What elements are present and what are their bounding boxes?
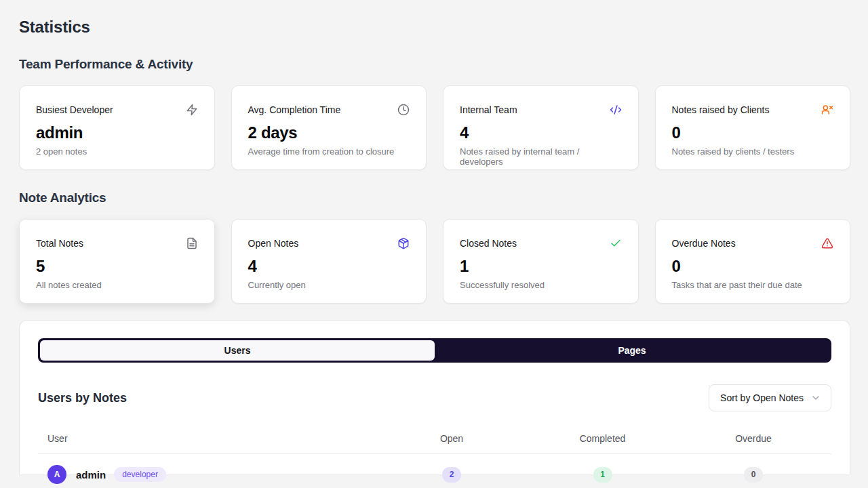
- closed-notes-card: Closed Notes 1 Successfully resolved: [443, 219, 639, 304]
- card-value: 0: [672, 257, 834, 276]
- avatar: A: [47, 465, 66, 484]
- card-value: 2 days: [248, 123, 410, 142]
- busiest-developer-card: Busiest Developer admin 2 open notes: [19, 85, 215, 170]
- column-header-completed: Completed: [530, 433, 675, 444]
- card-value: 4: [248, 257, 410, 276]
- team-performance-cards: Busiest Developer admin 2 open notes Avg…: [19, 85, 850, 170]
- file-text-icon: [186, 237, 198, 249]
- user-name: admin: [76, 469, 106, 481]
- avg-completion-time-card: Avg. Completion Time 2 days Average time…: [231, 85, 427, 170]
- user-cell: A admin developer: [38, 465, 374, 484]
- card-subtitle: Notes raised by internal team / develope…: [460, 146, 622, 167]
- card-subtitle: Successfully resolved: [460, 280, 622, 290]
- zap-icon: [186, 104, 198, 116]
- card-subtitle: Average time from creation to closure: [248, 146, 410, 157]
- card-label: Overdue Notes: [672, 238, 736, 249]
- card-value: 4: [460, 123, 622, 142]
- card-subtitle: 2 open notes: [36, 146, 198, 157]
- card-label: Total Notes: [36, 238, 83, 249]
- role-badge: developer: [114, 467, 166, 482]
- users-pages-panel: Users Pages Users by Notes Sort by Open …: [19, 320, 850, 474]
- card-label: Internal Team: [460, 104, 517, 115]
- card-value: 1: [460, 257, 622, 276]
- chevron-down-icon: [810, 392, 821, 403]
- users-by-notes-table: User Open Completed Overdue A admin deve…: [38, 425, 831, 488]
- check-icon: [610, 237, 622, 249]
- table-header-row: User Open Completed Overdue: [38, 425, 831, 454]
- card-subtitle: Notes raised by clients / testers: [672, 146, 834, 157]
- notes-raised-by-clients-card: Notes raised by Clients 0 Notes raised b…: [655, 85, 851, 170]
- column-header-overdue: Overdue: [675, 433, 831, 444]
- card-label: Notes raised by Clients: [672, 104, 770, 115]
- sort-by-label: Sort by Open Notes: [720, 392, 804, 403]
- card-subtitle: All notes created: [36, 280, 198, 290]
- card-subtitle: Tasks that are past their due date: [672, 280, 834, 290]
- user-x-icon: [821, 104, 833, 116]
- open-count-badge: 2: [442, 467, 461, 483]
- statistics-page: Statistics Team Performance & Activity B…: [0, 0, 868, 474]
- card-value: 5: [36, 257, 198, 276]
- card-label: Open Notes: [248, 238, 299, 249]
- tab-users[interactable]: Users: [40, 340, 435, 361]
- card-value: 0: [672, 123, 834, 142]
- total-notes-card: Total Notes 5 All notes created: [19, 219, 215, 304]
- card-label: Avg. Completion Time: [248, 104, 341, 115]
- open-notes-card: Open Notes 4 Currently open: [231, 219, 427, 304]
- card-value: admin: [36, 123, 198, 142]
- sort-by-dropdown[interactable]: Sort by Open Notes: [709, 384, 831, 411]
- note-analytics-heading: Note Analytics: [19, 190, 850, 205]
- card-label: Busiest Developer: [36, 104, 113, 115]
- page-title: Statistics: [19, 18, 850, 37]
- internal-team-card: Internal Team 4 Notes raised by internal…: [443, 85, 639, 170]
- completed-count-badge: 1: [593, 467, 612, 483]
- column-header-user: User: [38, 433, 374, 444]
- alert-triangle-icon: [821, 237, 833, 249]
- note-analytics-cards: Total Notes 5 All notes created Open Not…: [19, 219, 850, 304]
- panel-header: Users by Notes Sort by Open Notes: [38, 384, 831, 411]
- tab-pages[interactable]: Pages: [435, 340, 829, 361]
- code-icon: [610, 104, 622, 116]
- team-performance-heading: Team Performance & Activity: [19, 57, 850, 72]
- tab-bar: Users Pages: [38, 338, 831, 363]
- overdue-notes-card: Overdue Notes 0 Tasks that are past thei…: [655, 219, 851, 304]
- card-label: Closed Notes: [460, 238, 517, 249]
- package-icon: [397, 237, 410, 249]
- users-by-notes-title: Users by Notes: [38, 391, 127, 405]
- card-subtitle: Currently open: [248, 280, 410, 290]
- open-count-cell: 2: [374, 467, 530, 483]
- column-header-open: Open: [374, 433, 530, 444]
- completed-count-cell: 1: [530, 467, 675, 483]
- overdue-count-badge: 0: [744, 467, 763, 483]
- clock-icon: [397, 104, 410, 116]
- table-row[interactable]: A admin developer 2 1 0: [38, 454, 831, 488]
- overdue-count-cell: 0: [675, 467, 831, 483]
